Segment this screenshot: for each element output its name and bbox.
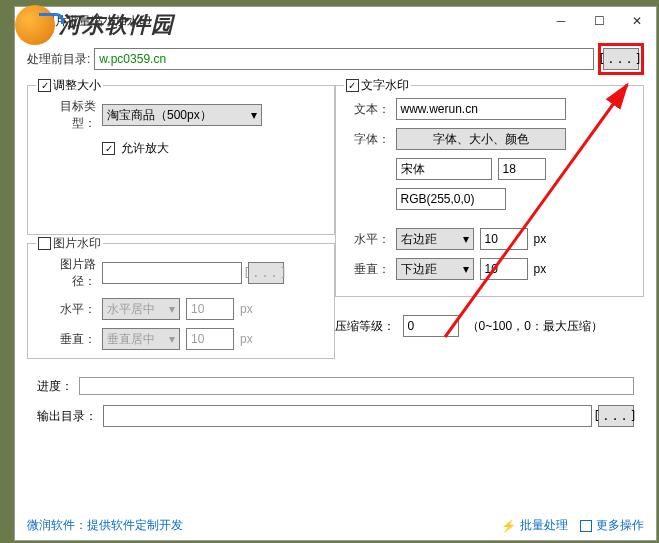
image-h-value[interactable]: 10 — [186, 298, 234, 320]
text-h-value[interactable]: 10 — [480, 228, 528, 250]
image-path-field[interactable] — [102, 262, 242, 284]
text-value-field[interactable]: www.werun.cn — [396, 98, 566, 120]
image-v-unit: px — [240, 332, 253, 346]
chevron-down-icon: ▾ — [169, 302, 175, 316]
progress-label: 进度： — [37, 378, 73, 395]
font-name-field[interactable]: 宋体 — [396, 158, 492, 180]
input-dir-label: 处理前目录: — [27, 51, 90, 68]
output-label: 输出目录： — [37, 408, 97, 425]
chevron-down-icon: ▾ — [463, 262, 469, 276]
text-watermark-group: 文字水印 文本： www.werun.cn 字体： 字体、大小、颜色 宋体 18… — [335, 85, 645, 297]
input-dir-field[interactable] — [94, 48, 594, 70]
image-v-select[interactable]: 垂直居中▾ — [102, 328, 180, 350]
image-watermark-group: 图片水印 图片路径： [...] 水平： 水平居中▾ 10 px 垂直： 垂直居… — [27, 243, 335, 359]
resize-group: 调整大小 目标类型： 淘宝商品（500px） ▾ 允许放大 — [27, 85, 335, 235]
font-label: 字体： — [346, 131, 390, 148]
minimize-button[interactable]: ─ — [542, 7, 580, 35]
font-button[interactable]: 字体、大小、颜色 — [396, 128, 566, 150]
text-h-select[interactable]: 右边距▾ — [396, 228, 474, 250]
chevron-down-icon: ▾ — [463, 232, 469, 246]
text-v-select[interactable]: 下边距▾ — [396, 258, 474, 280]
compress-label: 压缩等级： — [335, 318, 395, 335]
footer: 微润软件：提供软件定制开发 ⚡ 批量处理 更多操作 — [27, 517, 644, 534]
text-h-unit: px — [534, 232, 547, 246]
image-h-select[interactable]: 水平居中▾ — [102, 298, 180, 320]
titlebar: 图片批量缩小加水印 ─ ☐ ✕ — [15, 7, 656, 35]
resize-checkbox[interactable] — [38, 79, 51, 92]
more-actions-button[interactable]: 更多操作 — [580, 517, 644, 534]
lightning-icon: ⚡ — [501, 519, 516, 533]
image-watermark-checkbox[interactable] — [38, 237, 51, 250]
compress-row: 压缩等级： 0 （0~100，0：最大压缩） — [335, 305, 645, 337]
output-dir-field[interactable] — [103, 405, 592, 427]
app-icon — [21, 13, 37, 29]
output-dir-browse-button[interactable]: [...] — [598, 405, 634, 427]
target-type-label: 目标类型： — [38, 98, 96, 132]
image-watermark-legend: 图片水印 — [53, 235, 101, 252]
highlight-box: [...] — [598, 43, 644, 75]
font-color-field[interactable]: RGB(255,0,0) — [396, 188, 506, 210]
compress-value[interactable]: 0 — [403, 315, 459, 337]
batch-process-button[interactable]: ⚡ 批量处理 — [501, 517, 568, 534]
allow-enlarge-checkbox[interactable] — [102, 142, 115, 155]
chevron-down-icon: ▾ — [169, 332, 175, 346]
image-v-value[interactable]: 10 — [186, 328, 234, 350]
chevron-down-icon: ▾ — [251, 108, 257, 122]
input-dir-browse-button[interactable]: [...] — [603, 48, 639, 70]
input-dir-row: 处理前目录: [...] — [15, 35, 656, 85]
resize-legend: 调整大小 — [53, 77, 101, 94]
font-size-field[interactable]: 18 — [498, 158, 546, 180]
target-type-select[interactable]: 淘宝商品（500px） ▾ — [102, 104, 262, 126]
text-watermark-checkbox[interactable] — [346, 79, 359, 92]
image-path-label: 图片路径： — [38, 256, 96, 290]
menu-icon — [580, 520, 592, 532]
image-v-label: 垂直： — [38, 331, 96, 348]
progress-bar — [79, 377, 634, 395]
allow-enlarge-label: 允许放大 — [121, 140, 169, 157]
text-v-value[interactable]: 10 — [480, 258, 528, 280]
close-button[interactable]: ✕ — [618, 7, 656, 35]
text-watermark-legend: 文字水印 — [361, 77, 409, 94]
output-row: 输出目录： [...] — [15, 399, 656, 433]
text-h-label: 水平： — [346, 231, 390, 248]
image-path-browse-button[interactable]: [...] — [248, 262, 284, 284]
text-v-label: 垂直： — [346, 261, 390, 278]
window-title: 图片批量缩小加水印 — [43, 13, 542, 30]
image-h-unit: px — [240, 302, 253, 316]
vendor-link[interactable]: 微润软件：提供软件定制开发 — [27, 517, 183, 534]
app-window: 图片批量缩小加水印 ─ ☐ ✕ 河东软件园 处理前目录: [...] 调整大小 … — [14, 6, 657, 541]
text-label: 文本： — [346, 101, 390, 118]
image-h-label: 水平： — [38, 301, 96, 318]
compress-hint: （0~100，0：最大压缩） — [467, 318, 603, 335]
maximize-button[interactable]: ☐ — [580, 7, 618, 35]
text-v-unit: px — [534, 262, 547, 276]
progress-row: 进度： — [15, 367, 656, 399]
